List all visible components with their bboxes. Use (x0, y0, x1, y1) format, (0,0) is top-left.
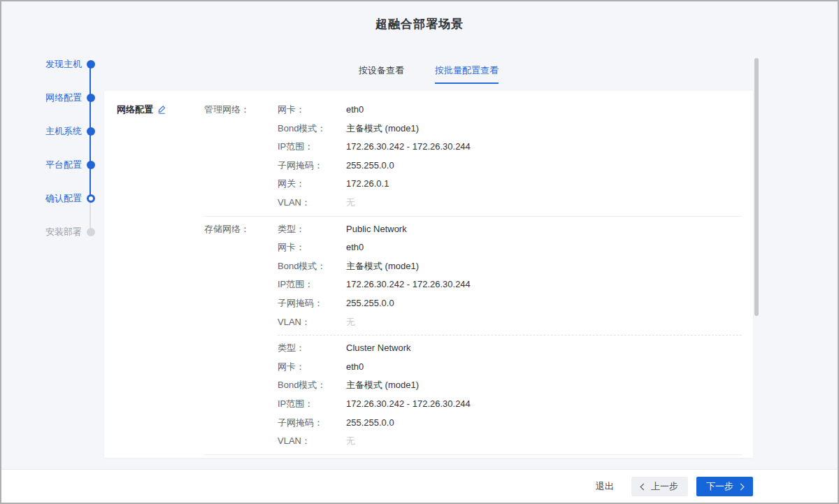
vertical-scrollbar[interactable] (754, 58, 759, 316)
field-label: 网卡： (278, 101, 346, 120)
field-label: IP范围： (278, 275, 346, 294)
config-block: 类型：Cluster Network网卡：eth0Bond模式：主备模式 (mo… (278, 339, 742, 451)
field-label: 类型： (278, 220, 346, 239)
block-divider-dashed (278, 335, 742, 336)
step-label: 发现主机 (45, 58, 82, 71)
step-dot (87, 127, 95, 136)
step-label: 安装部署 (45, 226, 82, 238)
field-value: 255.255.0.0 (346, 294, 394, 313)
field-row: 网卡：eth0 (278, 358, 742, 377)
step-dot (87, 161, 95, 169)
field-label: 网关： (278, 175, 346, 194)
network-group: 存储网络：类型：Public Network网卡：eth0Bond模式：主备模式… (204, 220, 742, 451)
field-label: IP范围： (278, 138, 346, 157)
field-label: VLAN： (278, 194, 346, 213)
step-label: 主机系统 (45, 125, 82, 138)
sidebar-step-pending[interactable]: 安装部署 (46, 227, 95, 236)
section-title: 网络配置 (117, 104, 153, 115)
config-block: 类型：Public Network网卡：eth0Bond模式：主备模式 (mod… (278, 220, 742, 332)
exit-button[interactable]: 退出 (596, 480, 614, 493)
network-groups: 管理网络：网卡：eth0Bond模式：主备模式 (mode1)IP范围：172.… (204, 101, 742, 458)
field-row: IP范围：172.26.30.242 - 172.26.30.244 (278, 275, 742, 294)
field-label: VLAN： (278, 313, 346, 332)
field-row: 类型：Public Network (278, 220, 742, 239)
tab-1-active[interactable]: 按批量配置查看 (435, 64, 499, 84)
next-step-label: 下一步 (706, 480, 733, 493)
field-label: Bond模式： (278, 376, 346, 395)
field-label: 网卡： (278, 358, 346, 377)
field-row: Bond模式：主备模式 (mode1) (278, 120, 742, 138)
section-column: 网络配置 (117, 101, 204, 458)
network-group: 管理网络：网卡：eth0Bond模式：主备模式 (mode1)IP范围：172.… (204, 101, 742, 213)
field-row: VLAN：无 (278, 432, 742, 451)
field-row: Bond模式：主备模式 (mode1) (278, 257, 742, 276)
field-row: IP范围：172.26.30.242 - 172.26.30.244 (278, 138, 742, 157)
field-label: IP范围： (278, 395, 346, 414)
step-dot (87, 194, 95, 203)
page-title: 超融合部署场景 (375, 16, 464, 32)
group-blocks: 类型：Public Network网卡：eth0Bond模式：主备模式 (mod… (278, 220, 742, 451)
field-value: 172.26.30.242 - 172.26.30.244 (346, 138, 471, 157)
field-value: 255.255.0.0 (346, 157, 394, 175)
step-label: 平台配置 (45, 159, 82, 171)
header: 超融合部署场景 (1, 1, 838, 46)
field-row: 子网掩码：255.255.0.0 (278, 157, 742, 175)
sidebar-step-done[interactable]: 网络配置 (46, 93, 95, 102)
step-dot (87, 94, 95, 102)
group-label: 存储网络： (204, 220, 278, 451)
field-value: 无 (346, 194, 355, 213)
config-block: 网卡：eth0Bond模式：主备模式 (mode1)IP范围：172.26.30… (278, 101, 742, 213)
step-label: 确认配置 (45, 192, 82, 205)
field-row: VLAN：无 (278, 194, 742, 213)
tab-bar: 按设备查看按批量配置查看 (104, 64, 753, 84)
field-label: Bond模式： (278, 257, 346, 276)
field-value: Public Network (346, 220, 407, 239)
prev-step-label: 上一步 (651, 480, 678, 493)
field-value: 无 (346, 313, 355, 332)
field-value: 主备模式 (mode1) (346, 376, 419, 395)
step-dot (87, 60, 95, 69)
field-row: 网卡：eth0 (278, 238, 742, 257)
deploy-wizard-window: 超融合部署场景 发现主机网络配置主机系统平台配置确认配置安装部署 按设备查看按批… (0, 0, 839, 504)
field-row: Bond模式：主备模式 (mode1) (278, 376, 742, 395)
step-label: 网络配置 (45, 92, 82, 104)
field-label: 网卡： (278, 238, 346, 257)
field-row: IP范围：172.26.30.242 - 172.26.30.244 (278, 395, 742, 414)
field-label: 子网掩码： (278, 294, 346, 313)
sidebar-step-done[interactable]: 发现主机 (46, 59, 95, 69)
field-label: VLAN： (278, 432, 346, 451)
field-row: 子网掩码：255.255.0.0 (278, 294, 742, 313)
next-step-button[interactable]: 下一步 (696, 477, 753, 496)
field-row: 网关：172.26.0.1 (278, 175, 742, 194)
field-row: 类型：Cluster Network (278, 339, 742, 358)
footer-bar: 退出 上一步 下一步 (1, 469, 838, 503)
field-value: 172.26.30.242 - 172.26.30.244 (346, 395, 471, 414)
config-summary-card: 网络配置 管理网络：网卡：eth0Bond模式：主备模式 (mode1)IP范围… (104, 91, 753, 458)
field-label: 子网掩码： (278, 414, 346, 433)
field-value: 主备模式 (mode1) (346, 120, 419, 138)
sidebar-step-done[interactable]: 主机系统 (46, 127, 95, 136)
sidebar-step-done[interactable]: 平台配置 (46, 160, 95, 169)
field-label: Bond模式： (278, 120, 346, 138)
field-row: 子网掩码：255.255.0.0 (278, 414, 742, 433)
field-value: 无 (346, 432, 355, 451)
prev-step-button[interactable]: 上一步 (631, 477, 688, 496)
group-label: 管理网络： (204, 101, 278, 213)
chevron-left-icon (640, 483, 647, 490)
field-value: Cluster Network (346, 339, 410, 358)
group-divider (204, 216, 742, 217)
field-value: eth0 (346, 101, 364, 120)
field-value: 主备模式 (mode1) (346, 257, 419, 276)
field-value: eth0 (346, 358, 364, 377)
field-label: 类型： (278, 339, 346, 358)
tab-0[interactable]: 按设备查看 (359, 64, 404, 84)
chevron-right-icon (738, 483, 745, 490)
field-value: 172.26.0.1 (346, 175, 389, 194)
sidebar-step-current[interactable]: 确认配置 (46, 194, 95, 203)
step-dot (87, 228, 95, 236)
edit-pencil-icon[interactable] (157, 104, 166, 117)
field-value: 255.255.0.0 (346, 414, 394, 433)
field-value: 172.26.30.242 - 172.26.30.244 (346, 275, 471, 294)
field-label: 子网掩码： (278, 157, 346, 175)
field-row: VLAN：无 (278, 313, 742, 332)
